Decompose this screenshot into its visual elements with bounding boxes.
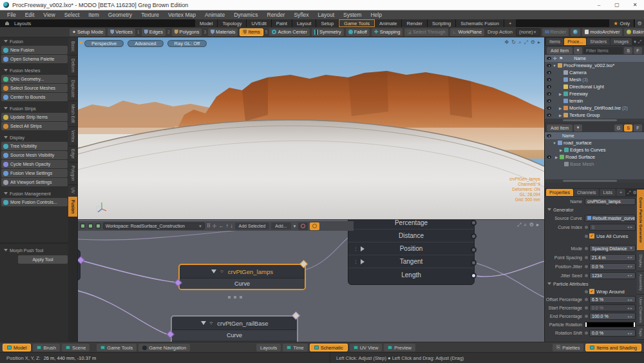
tab-model[interactable]: Model <box>195 19 218 27</box>
pan-icon[interactable]: ✥ <box>505 39 509 46</box>
wrap-around-checkbox[interactable]: ✓ <box>589 289 594 294</box>
viewport-3d[interactable]: Perspective Advanced Ray GL: Off ✥ ↻ ⌕ ⤢… <box>78 37 544 219</box>
viewport-gear-icon[interactable]: ⚙ <box>531 39 535 46</box>
tab-layout[interactable]: Layout <box>292 19 317 27</box>
arrow-up-icon[interactable]: ↑ <box>226 223 229 229</box>
preview-layout-button[interactable]: Preview <box>384 344 415 351</box>
spinner-icon[interactable]: ◄► <box>627 315 633 319</box>
brush-layout-button[interactable]: Brush <box>33 344 60 351</box>
table-row[interactable]: ▶Freeway <box>545 90 644 97</box>
palettes-button[interactable]: ⎘Palettes <box>553 344 584 351</box>
menu-edit[interactable]: Edit <box>21 12 39 18</box>
menu-geometry[interactable]: Geometry <box>104 12 137 18</box>
menu-view[interactable]: View <box>39 12 59 18</box>
position-jitter-field[interactable]: 0.0 %◄► <box>589 263 636 270</box>
baking-ui-button[interactable]: Baking UI <box>624 28 644 36</box>
select-through-button[interactable]: ◪Select Through <box>404 28 448 36</box>
eye-icon[interactable] <box>547 99 551 103</box>
expand-arrow-icon[interactable]: ▶ <box>558 92 562 96</box>
vertices-button[interactable]: Vertices <box>108 28 135 36</box>
workspace-select[interactable]: Workspace: RoadSurface_Construction▼ <box>103 222 205 230</box>
expand-panel-icon[interactable]: ⤢ <box>627 190 631 195</box>
rotate-icon[interactable]: ↻ <box>511 39 516 46</box>
falloff-button[interactable]: Falloff <box>346 28 370 36</box>
spinner-icon[interactable]: ◄► <box>627 255 633 259</box>
table-row[interactable]: Directional Light <box>545 83 644 90</box>
tab-game-tools[interactable]: Game Tools <box>339 19 375 27</box>
schematic-gear-icon[interactable]: ⚙ <box>529 222 534 228</box>
channel-toggle-icon[interactable] <box>585 256 588 259</box>
eye-icon[interactable] <box>547 64 551 67</box>
eye-icon[interactable] <box>547 106 551 110</box>
schematic-view[interactable]: Workspace: RoadSurface_Construction▼ ⠿ ⊹… <box>78 219 544 342</box>
qbic-geometry-button[interactable]: Qbic Geometry... <box>1 75 68 83</box>
output-port-icon[interactable] <box>471 233 477 239</box>
menu-animate[interactable]: Animate <box>200 12 229 18</box>
tab-uvedit[interactable]: UVEdit <box>247 19 271 27</box>
channel-toggle-icon[interactable] <box>585 247 588 250</box>
alt-viewport-settings-button[interactable]: Alt Viewport Settings <box>1 178 68 186</box>
ops-g-button[interactable]: G <box>614 124 623 132</box>
ops-s-button[interactable]: S <box>624 124 632 132</box>
select-source-meshes-button[interactable]: Select Source Meshes <box>1 84 68 92</box>
tab-topology[interactable]: Topology <box>218 19 247 27</box>
spinner-icon[interactable]: ◄► <box>627 225 633 229</box>
vtab-display[interactable]: Display <box>637 251 644 271</box>
vtab-duplicate[interactable]: Duplicate <box>68 77 77 101</box>
chevron-down-icon[interactable]: ▼ <box>293 224 297 228</box>
viewport-raygl-button[interactable]: Ray GL: Off <box>167 40 207 47</box>
particle-attributes-section-header[interactable]: Particle Attributes <box>545 280 644 288</box>
tab-animate[interactable]: Animate <box>375 19 402 27</box>
eye-icon[interactable] <box>547 92 551 95</box>
schematic-menu-icon[interactable]: ▸ <box>536 222 539 228</box>
vtab-user-channels[interactable]: User Channels <box>637 295 644 326</box>
tab-shaders[interactable]: Shaders <box>587 38 610 45</box>
select-all-strips-button[interactable]: Select All Strips <box>1 122 68 130</box>
node-collapse-icon[interactable] <box>211 270 216 273</box>
channel-toggle-icon[interactable] <box>585 331 588 335</box>
particle-rotation-ramp[interactable] <box>585 322 636 328</box>
menu-render[interactable]: Render <box>263 12 290 18</box>
add-selected-button[interactable]: Add Selected <box>235 222 270 230</box>
expand-arrow-icon[interactable]: ▼ <box>553 141 556 145</box>
table-row[interactable]: ▶MonValley_DirtRoad.lxe(2) <box>545 104 644 112</box>
layouts-button[interactable]: Layouts <box>256 344 281 351</box>
vtab-basic[interactable]: Basic <box>68 37 77 55</box>
node-collapse-icon[interactable] <box>201 321 206 325</box>
layout-gear-icon[interactable]: ⚙ <box>635 19 644 27</box>
menu-syflex[interactable]: Syflex <box>289 12 313 18</box>
add-item-dropdown[interactable]: ▾ <box>574 47 582 54</box>
eye-icon[interactable] <box>547 155 551 159</box>
menu-item[interactable]: Item <box>84 12 104 18</box>
tab-images[interactable]: Images <box>611 38 632 45</box>
table-row[interactable]: Camera <box>545 69 644 76</box>
menu-vertex-map[interactable]: Vertex Map <box>164 12 200 18</box>
items-and-shading-button[interactable]: Items and Shading <box>585 344 641 351</box>
tab-channels[interactable]: Channels <box>574 189 600 196</box>
vtab-vertex[interactable]: Vertex <box>68 127 77 146</box>
visibility-column-icon[interactable] <box>547 57 551 60</box>
jitter-seed-field[interactable]: 1234◄► <box>589 272 636 279</box>
menu-dynamics[interactable]: Dynamics <box>229 12 262 18</box>
offset-percentage-field[interactable]: 6.5 %◄► <box>589 296 636 303</box>
menu-system[interactable]: System <box>339 12 366 18</box>
drop-action-select[interactable]: (none)▼ <box>516 28 540 36</box>
section-fusion-meshes[interactable]: Fusion Meshes <box>0 66 69 74</box>
link-nodes-icon[interactable] <box>88 223 93 229</box>
probe-row-position[interactable]: ⋮Position <box>348 242 474 255</box>
workplane-button[interactable]: ∟WorkPlane <box>450 28 484 36</box>
close-button[interactable]: ✕ <box>626 0 644 10</box>
generator-section-header[interactable]: Generator <box>545 206 644 213</box>
maximize-button[interactable]: ▢ <box>608 0 626 10</box>
table-row[interactable]: Mesh(3) <box>545 76 644 83</box>
viewport-advanced-button[interactable]: Advanced <box>128 40 163 47</box>
point-spacing-field[interactable]: 21.4 m◄► <box>589 254 636 261</box>
expand-panel-icon[interactable]: ⤢ <box>638 39 642 44</box>
menu-select[interactable]: Select <box>60 12 84 18</box>
maximize-viewport-icon[interactable]: ⤢ <box>524 39 527 46</box>
spinner-icon[interactable]: ◄► <box>627 298 633 302</box>
add-item-button[interactable]: Add Item <box>547 47 573 54</box>
edges-button[interactable]: Edges <box>142 28 166 36</box>
mode-select[interactable]: Spacing Distance▼ <box>589 245 636 252</box>
tab-setup[interactable]: Setup <box>316 19 339 27</box>
